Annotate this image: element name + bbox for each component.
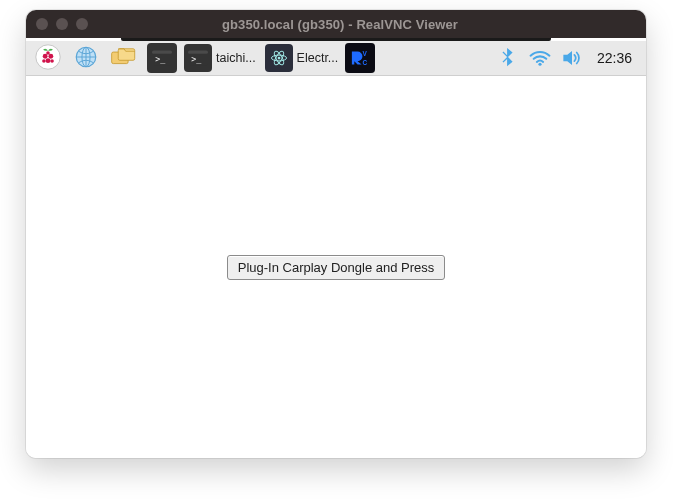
svg-text:>_: >_	[155, 54, 166, 64]
wifi-tray-icon[interactable]	[529, 47, 551, 69]
svg-point-17	[277, 57, 280, 60]
svg-rect-10	[118, 48, 134, 60]
svg-point-0	[36, 44, 60, 68]
realvnc-icon: VC	[345, 43, 375, 73]
window-titlebar: gb350.local (gb350) - RealVNC Viewer	[26, 10, 646, 38]
raspberry-icon	[35, 44, 61, 73]
app-client-area: Plug-In Carplay Dongle and Press	[26, 76, 646, 458]
clock[interactable]: 22:36	[593, 50, 636, 66]
globe-icon	[73, 44, 99, 73]
svg-text:V: V	[363, 50, 368, 57]
terminal-icon: >_	[147, 43, 177, 73]
task-realvnc[interactable]: VC	[345, 43, 375, 73]
svg-point-2	[48, 53, 53, 58]
folders-icon	[110, 45, 138, 72]
task-label: Electr...	[297, 51, 339, 65]
web-browser-launcher[interactable]	[68, 42, 104, 74]
terminal-icon: >_	[184, 44, 212, 72]
plug-in-carplay-button[interactable]: Plug-In Carplay Dongle and Press	[227, 255, 446, 280]
task-label: taichi...	[216, 51, 256, 65]
svg-point-4	[42, 59, 46, 63]
svg-rect-12	[152, 51, 172, 54]
svg-text:>_: >_	[191, 54, 202, 64]
task-electron[interactable]: Electr...	[263, 43, 344, 73]
svg-point-5	[50, 59, 54, 63]
svg-point-24	[538, 63, 541, 66]
bluetooth-tray-icon[interactable]	[497, 47, 519, 69]
task-terminal[interactable]: >_ taichi...	[182, 43, 261, 73]
volume-tray-icon[interactable]	[561, 47, 583, 69]
svg-rect-15	[188, 51, 208, 54]
window-title: gb350.local (gb350) - RealVNC Viewer	[44, 17, 636, 32]
svg-text:C: C	[363, 59, 368, 66]
svg-point-1	[43, 53, 48, 58]
remote-desktop: >_ >_ taichi... Electr... VC	[26, 38, 646, 458]
start-menu-button[interactable]	[30, 42, 66, 74]
system-tray: 22:36	[497, 47, 640, 69]
file-manager-launcher[interactable]	[106, 42, 142, 74]
vnc-viewer-window: gb350.local (gb350) - RealVNC Viewer	[26, 10, 646, 458]
svg-point-6	[46, 51, 50, 55]
svg-point-3	[46, 58, 51, 63]
taskbar: >_ >_ taichi... Electr... VC	[26, 41, 646, 76]
terminal-launcher[interactable]: >_	[144, 42, 180, 74]
electron-icon	[265, 44, 293, 72]
